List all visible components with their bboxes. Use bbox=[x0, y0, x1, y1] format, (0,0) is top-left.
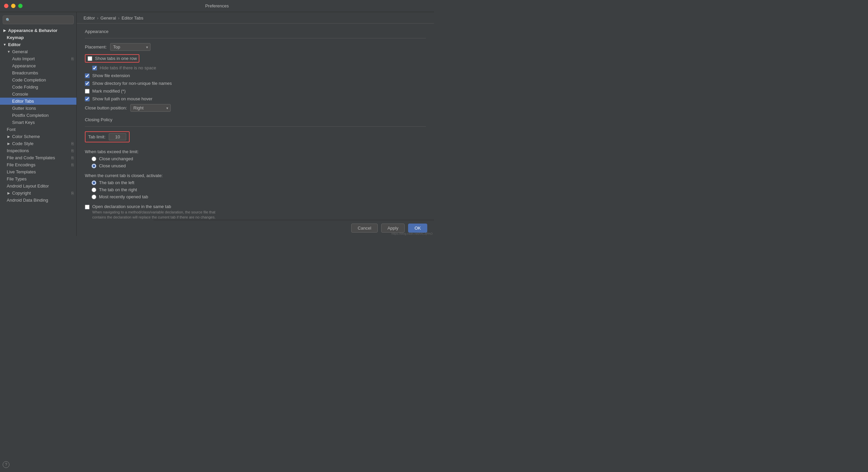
closing-policy-title: Closing Policy bbox=[85, 117, 426, 122]
sidebar-item-label: Gutter Icons bbox=[12, 106, 36, 111]
closing-policy-divider bbox=[85, 126, 426, 127]
placement-select[interactable]: Top Bottom Left Right bbox=[110, 43, 151, 51]
sidebar-item-code-completion[interactable]: Code Completion bbox=[0, 76, 76, 84]
show-tabs-one-row-wrapper: Show tabs in one row bbox=[85, 54, 426, 63]
placement-select-wrap[interactable]: Top Bottom Left Right bbox=[110, 43, 151, 51]
sidebar-item-appearance-behavior[interactable]: ▶ Appearance & Behavior bbox=[0, 27, 76, 34]
sidebar-item-live-templates[interactable]: Live Templates bbox=[0, 168, 76, 176]
close-unused-label: Close unused bbox=[99, 163, 126, 168]
sidebar-item-color-scheme[interactable]: ▶ Color Scheme bbox=[0, 133, 76, 140]
open-decl-checkbox[interactable] bbox=[85, 205, 90, 210]
sidebar-item-label: Live Templates bbox=[7, 169, 36, 175]
sidebar: 🔍 ▶ Appearance & Behavior Keymap ▼ Edito… bbox=[0, 12, 77, 236]
window-controls bbox=[4, 4, 23, 8]
sidebar-item-smart-keys[interactable]: Smart Keys bbox=[0, 119, 76, 126]
close-unchanged-radio[interactable] bbox=[92, 157, 96, 161]
open-decl-desc: When navigating to a method/class/variab… bbox=[92, 210, 220, 220]
tab-limit-input[interactable]: 10 bbox=[109, 133, 126, 140]
sidebar-item-editor[interactable]: ▼ Editor bbox=[0, 41, 76, 48]
closing-policy-section: Closing Policy Tab limit: 10 When tabs e… bbox=[85, 117, 426, 220]
open-decl-label: Open declaration source in the same tab bbox=[92, 204, 220, 209]
window-title: Preferences bbox=[205, 3, 228, 8]
copy-icon: ⎘ bbox=[71, 57, 74, 61]
watermark: https://blog.csdn.net/MCJ|PAO bbox=[392, 232, 433, 235]
sidebar-item-android-data-binding[interactable]: Android Data Binding bbox=[0, 197, 76, 204]
breadcrumb-general: General bbox=[100, 15, 116, 21]
hide-tabs-checkbox[interactable] bbox=[92, 66, 97, 70]
sidebar-item-font[interactable]: Font bbox=[0, 126, 76, 133]
sidebar-item-label: File and Code Templates bbox=[7, 155, 55, 160]
when-current-closed-label: When the current tab is closed, activate… bbox=[85, 173, 426, 178]
tab-right-row: The tab on the right bbox=[92, 187, 426, 192]
breadcrumb-editor-tabs: Editor Tabs bbox=[122, 15, 144, 21]
cancel-button[interactable]: Cancel bbox=[351, 224, 377, 233]
when-current-radio-group: The tab on the left The tab on the right… bbox=[85, 180, 426, 199]
show-full-path-row: Show full path on mouse hover bbox=[85, 96, 426, 101]
sidebar-item-label: Color Scheme bbox=[12, 134, 40, 139]
close-btn-position-select[interactable]: Right Left Hidden bbox=[130, 104, 171, 112]
copy-icon: ⎘ bbox=[71, 156, 74, 160]
show-full-path-checkbox[interactable] bbox=[85, 97, 90, 101]
show-dir-checkbox[interactable] bbox=[85, 81, 90, 86]
search-box[interactable]: 🔍 bbox=[3, 15, 74, 24]
hide-tabs-row: Hide tabs if there is no space bbox=[85, 65, 426, 70]
sidebar-item-console[interactable]: Console bbox=[0, 91, 76, 98]
close-unused-radio[interactable] bbox=[92, 164, 96, 168]
divider bbox=[85, 38, 426, 38]
when-current-closed-wrapper: When the current tab is closed, activate… bbox=[85, 173, 426, 199]
most-recent-radio[interactable] bbox=[92, 195, 96, 199]
sidebar-item-label: Code Folding bbox=[12, 85, 38, 90]
tab-left-radio[interactable] bbox=[92, 181, 96, 185]
sidebar-item-appearance[interactable]: Appearance bbox=[0, 62, 76, 69]
arrow-icon: ▶ bbox=[7, 135, 11, 138]
hide-tabs-label: Hide tabs if there is no space bbox=[100, 65, 156, 70]
show-tabs-one-row-row: Show tabs in one row bbox=[85, 54, 140, 63]
sidebar-item-code-style[interactable]: ▶ Code Style ⎘ bbox=[0, 140, 76, 147]
placement-row: Placement: Top Bottom Left Right bbox=[85, 43, 426, 51]
sidebar-item-general[interactable]: ▼ General bbox=[0, 48, 76, 55]
sidebar-item-label: Appearance & Behavior bbox=[8, 28, 58, 33]
sidebar-item-code-folding[interactable]: Code Folding bbox=[0, 84, 76, 91]
breadcrumb: Editor › General › Editor Tabs bbox=[77, 12, 434, 24]
sidebar-item-file-encodings[interactable]: File Encodings ⎘ bbox=[0, 161, 76, 168]
breadcrumb-editor: Editor bbox=[84, 15, 95, 21]
show-full-path-label: Show full path on mouse hover bbox=[92, 96, 153, 101]
arrow-icon: ▶ bbox=[7, 191, 11, 195]
minimize-button[interactable] bbox=[11, 4, 16, 8]
breadcrumb-sep2: › bbox=[118, 15, 120, 21]
sidebar-item-gutter-icons[interactable]: Gutter Icons bbox=[0, 105, 76, 112]
sidebar-item-copyright[interactable]: ▶ Copyright ⎘ bbox=[0, 190, 76, 197]
show-dir-row: Show directory for non-unique file names bbox=[85, 81, 426, 86]
breadcrumb-sep1: › bbox=[97, 15, 98, 21]
sidebar-item-label: Auto Import bbox=[12, 56, 35, 61]
close-button[interactable] bbox=[4, 4, 8, 8]
open-declaration-text: Open declaration source in the same tab … bbox=[92, 204, 220, 220]
when-tabs-exceed-wrapper: When tabs exceed the limit: Close unchan… bbox=[85, 149, 426, 168]
maximize-button[interactable] bbox=[18, 4, 23, 8]
ok-button[interactable]: OK bbox=[408, 224, 427, 233]
search-input[interactable] bbox=[12, 18, 71, 22]
close-btn-position-label: Close button position: bbox=[85, 105, 127, 111]
sidebar-item-keymap[interactable]: Keymap bbox=[0, 34, 76, 41]
apply-button[interactable]: Apply bbox=[381, 224, 405, 233]
sidebar-item-file-types[interactable]: File Types bbox=[0, 176, 76, 183]
close-btn-select-wrap[interactable]: Right Left Hidden bbox=[130, 104, 171, 112]
most-recent-label: Most recently opened tab bbox=[99, 194, 148, 199]
tab-limit-row: Tab limit: 10 bbox=[85, 131, 130, 143]
sidebar-item-postfix-completion[interactable]: Postfix Completion bbox=[0, 112, 76, 119]
arrow-icon: ▶ bbox=[7, 142, 11, 146]
sidebar-item-file-code-templates[interactable]: File and Code Templates ⎘ bbox=[0, 154, 76, 161]
sidebar-item-inspections[interactable]: Inspections ⎘ bbox=[0, 147, 76, 154]
tab-limit-label: Tab limit: bbox=[88, 134, 105, 139]
content-area: Editor › General › Editor Tabs Appearanc… bbox=[77, 12, 434, 236]
show-tabs-one-row-checkbox[interactable] bbox=[88, 56, 92, 61]
show-file-ext-checkbox[interactable] bbox=[85, 73, 90, 78]
sidebar-item-editor-tabs[interactable]: Editor Tabs bbox=[0, 98, 76, 105]
sidebar-item-auto-import[interactable]: Auto Import ⎘ bbox=[0, 55, 76, 62]
sidebar-item-breadcrumbs[interactable]: Breadcrumbs bbox=[0, 69, 76, 76]
mark-modified-checkbox[interactable] bbox=[85, 89, 90, 94]
tab-right-radio[interactable] bbox=[92, 188, 96, 192]
sidebar-item-android-layout-editor[interactable]: Android Layout Editor bbox=[0, 183, 76, 190]
when-tabs-radio-group: Close unchanged Close unused bbox=[85, 156, 426, 168]
tab-limit-wrapper: Tab limit: 10 bbox=[85, 131, 426, 146]
